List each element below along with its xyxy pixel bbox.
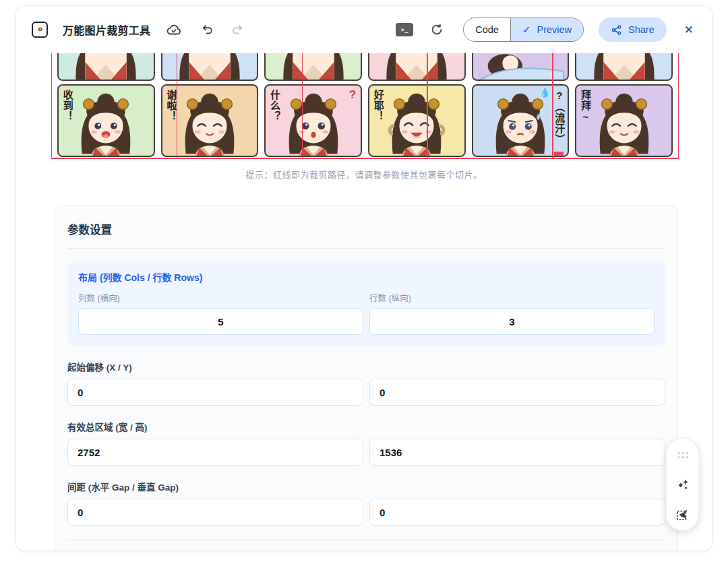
- rows-input[interactable]: [369, 308, 655, 335]
- panel-title: 参数设置: [67, 221, 665, 237]
- sticker-caption: 什么？: [269, 90, 280, 122]
- sticker-row-partial: [57, 53, 673, 82]
- share-icon: [611, 24, 622, 36]
- area-height-input[interactable]: [369, 439, 665, 466]
- refresh-icon[interactable]: [428, 21, 446, 38]
- ai-sparkle-icon[interactable]: [675, 477, 690, 492]
- console-icon[interactable]: >_: [396, 21, 413, 38]
- code-preview-toggle: Code ✓ Preview: [463, 18, 584, 42]
- crop-hint: 提示：红线即为裁剪路径，请调整参数使其包裹每个切片。: [16, 168, 712, 181]
- sticker-caption: ?（流汗）: [554, 90, 565, 145]
- cloud-saved-icon[interactable]: [165, 21, 183, 38]
- select-element-icon[interactable]: [675, 507, 690, 522]
- layout-section: 布局 (列数 Cols / 行数 Rows) 列数 (横向) 行数 (纵向): [67, 261, 665, 346]
- artifact-window: ‹› 万能图片裁剪工具 >_: [15, 5, 713, 551]
- preview-content: 收到！谢啦！什么？?好耶！?（流汗）💧拜拜~ 提示：红线即为裁剪路径，请调整参数…: [16, 53, 712, 551]
- sticker-cell-1: 收到！: [57, 84, 155, 157]
- drag-handle-icon[interactable]: [675, 447, 690, 462]
- app-title: 万能图片裁剪工具: [63, 22, 150, 38]
- sticker-caption: 好耶！: [373, 90, 384, 122]
- cols-input[interactable]: [78, 308, 363, 335]
- sticker-caption: 收到！: [62, 90, 73, 122]
- share-button[interactable]: Share: [599, 18, 667, 42]
- sticker-sheet: 收到！谢啦！什么？?好耶！?（流汗）💧拜拜~: [51, 53, 679, 159]
- parameters-panel: 参数设置 布局 (列数 Cols / 行数 Rows) 列数 (横向) 行数 (…: [55, 206, 678, 551]
- divider: [67, 248, 665, 249]
- cols-label: 列数 (横向): [78, 291, 363, 304]
- sticker-cell-partial-4: [368, 53, 466, 81]
- rows-label: 行数 (纵向): [369, 291, 655, 304]
- sticker-cell-4: 好耶！: [368, 84, 466, 157]
- close-icon[interactable]: ✕: [681, 22, 696, 38]
- sweat-drop-deco: 💧: [539, 88, 550, 98]
- floating-tools: [666, 438, 699, 531]
- sticker-cell-5: ?（流汗）💧: [472, 84, 570, 157]
- sticker-caption: 谢啦！: [166, 90, 177, 122]
- sticker-cell-partial-3: [264, 53, 362, 81]
- gap-vertical-input[interactable]: [369, 499, 665, 526]
- gap-section: 间距 (水平 Gap / 垂直 Gap): [67, 480, 665, 526]
- divider: [67, 540, 665, 541]
- sticker-cell-3: 什么？?: [264, 84, 362, 157]
- tab-code[interactable]: Code: [464, 18, 511, 41]
- offset-x-input[interactable]: [67, 379, 363, 406]
- undo-icon[interactable]: [198, 21, 215, 38]
- offset-label: 起始偏移 (X / Y): [67, 360, 665, 373]
- gap-label: 间距 (水平 Gap / 垂直 Gap): [67, 480, 665, 493]
- sticker-cell-2: 谢啦！: [161, 84, 259, 157]
- gap-horizontal-input[interactable]: [67, 499, 363, 526]
- sticker-cell-6: 拜拜~: [575, 84, 673, 157]
- sticker-cell-partial-5: [472, 53, 570, 81]
- sticker-row-main: 收到！谢啦！什么？?好耶！?（流汗）💧拜拜~: [57, 84, 673, 157]
- tab-preview[interactable]: ✓ Preview: [511, 18, 583, 41]
- check-icon: ✓: [522, 24, 531, 36]
- area-section: 有效总区域 (宽 / 高): [67, 420, 665, 466]
- question-mark-deco: ?: [349, 88, 356, 102]
- offset-y-input[interactable]: [369, 379, 665, 406]
- sticker-cell-partial-1: [57, 53, 155, 81]
- area-width-input[interactable]: [67, 439, 363, 466]
- header-bar: ‹› 万能图片裁剪工具 >_: [16, 6, 712, 53]
- sticker-caption: 拜拜~: [580, 90, 590, 123]
- sticker-cell-partial-2: [161, 53, 259, 81]
- layout-section-title: 布局 (列数 Cols / 行数 Rows): [78, 270, 655, 284]
- area-label: 有效总区域 (宽 / 高): [67, 420, 665, 433]
- code-box-icon: ‹›: [32, 22, 48, 38]
- redo-icon[interactable]: [230, 21, 247, 38]
- sticker-cell-partial-6: [575, 53, 673, 81]
- offset-section: 起始偏移 (X / Y): [67, 360, 665, 406]
